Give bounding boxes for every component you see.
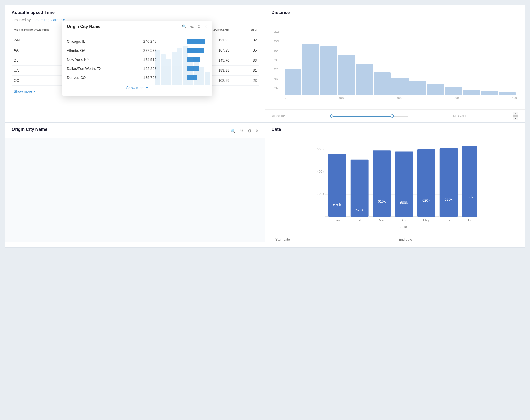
bg-bar: [155, 50, 160, 85]
popup-gear-icon[interactable]: ⚙: [197, 24, 201, 29]
popup-body: Chicago, IL 240,248 Atlanta, GA 227,592 …: [62, 33, 212, 96]
close-icon[interactable]: ✕: [256, 128, 259, 133]
slider-arrows: ▲ ▼: [513, 112, 518, 120]
cell-min: 23: [231, 76, 259, 86]
popup-tools: 🔍 % ⚙ ✕: [182, 24, 208, 29]
gear-icon[interactable]: ⚙: [248, 128, 251, 133]
city-name: Denver, CO: [67, 76, 108, 80]
slider-handle-left[interactable]: [330, 114, 333, 118]
svg-text:Jun: Jun: [446, 218, 451, 222]
svg-text:Apr: Apr: [401, 218, 407, 222]
origin-panel-tools: 🔍 % ⚙ ✕: [230, 128, 259, 133]
popup-close-icon[interactable]: ✕: [204, 24, 208, 29]
slider-track[interactable]: [330, 116, 408, 117]
bar-chart-svg: 600k 400k 200k 570k 520k 610k: [272, 142, 519, 231]
chevron-down-icon: [63, 19, 65, 21]
bar-jan[interactable]: [328, 154, 346, 217]
dist-bar: [409, 81, 426, 95]
arrow-down-button[interactable]: ▼: [513, 116, 518, 120]
slider-max-label: Max value: [453, 114, 467, 118]
show-more-label: Show more: [14, 89, 32, 93]
popup-search-icon[interactable]: 🔍: [182, 24, 187, 29]
origin-city-panel: Origin City Name 🔍 % ⚙ ✕: [5, 123, 265, 248]
dist-bar: [302, 44, 319, 95]
svg-text:Mar: Mar: [379, 218, 385, 222]
origin-city-popup: Origin City Name 🔍 % ⚙ ✕ Chicago, IL 240…: [62, 21, 212, 96]
city-value: 174,519: [136, 57, 156, 62]
popup-show-more-label: Show more: [126, 86, 145, 90]
city-value: 162,223: [136, 67, 156, 71]
dist-bar: [374, 72, 391, 95]
cell-min: 33: [231, 55, 259, 66]
arrow-up-button[interactable]: ▲: [513, 112, 518, 116]
grouped-by-value[interactable]: Operating Carrier: [34, 18, 65, 22]
bg-bar: [188, 57, 193, 85]
origin-panel-body: [5, 138, 265, 242]
slider-min-label: Min value: [272, 114, 285, 118]
dist-bar: [499, 92, 516, 95]
cell-min: 32: [231, 35, 259, 45]
origin-panel-header: Origin City Name 🔍 % ⚙ ✕: [5, 123, 265, 138]
slider-row: Min value Max value ▲ ▼: [265, 109, 525, 122]
svg-text:520k: 520k: [355, 208, 363, 212]
dist-bar: [463, 90, 480, 95]
bar-apr[interactable]: [395, 152, 413, 217]
start-date-input[interactable]: [272, 235, 395, 244]
svg-text:650k: 650k: [465, 195, 473, 199]
popup-percent-icon[interactable]: %: [190, 25, 194, 29]
bar-may[interactable]: [417, 149, 435, 217]
distance-panel: Distance MAX 600k 483 600 728 757 382 0 …: [265, 5, 525, 123]
svg-text:2018: 2018: [400, 225, 407, 229]
bar-mar[interactable]: [373, 150, 391, 217]
city-value: 135,727: [136, 76, 156, 80]
popup-bg-histogram: [155, 33, 212, 85]
bg-bar: [205, 72, 210, 85]
grouped-by-label: Grouped by:: [12, 18, 32, 22]
svg-text:400k: 400k: [317, 170, 324, 173]
dist-bar: [356, 64, 373, 95]
bg-bar: [199, 67, 204, 85]
svg-text:600k: 600k: [400, 201, 408, 205]
popup-title: Origin City Name: [67, 24, 100, 29]
dist-bar: [285, 69, 302, 95]
percent-icon[interactable]: %: [240, 128, 243, 133]
svg-text:200k: 200k: [317, 192, 324, 196]
search-icon[interactable]: 🔍: [230, 128, 236, 133]
panel-title-elapsed: Actual Elapsed Time: [12, 10, 259, 15]
bar-jun[interactable]: [439, 148, 458, 217]
svg-text:610k: 610k: [378, 199, 386, 204]
date-bar-chart: 600k 400k 200k 570k 520k 610k: [265, 138, 525, 231]
svg-text:Jul: Jul: [467, 218, 471, 222]
city-name: New York, NY: [67, 57, 108, 62]
bar-jul[interactable]: [462, 146, 477, 217]
bg-bar: [161, 54, 166, 85]
city-value: 227,592: [136, 48, 156, 53]
bg-bar: [177, 48, 182, 85]
popup-header: Origin City Name 🔍 % ⚙ ✕: [62, 21, 212, 33]
slider-handle-right[interactable]: [391, 114, 394, 118]
dist-bar: [338, 55, 355, 95]
origin-panel-title: Origin City Name: [12, 127, 47, 132]
city-name: Dallas/Fort Worth, TX: [67, 67, 108, 71]
cell-min: 31: [231, 66, 259, 76]
col-header-min[interactable]: MIN: [231, 25, 259, 35]
popup-card: Origin City Name 🔍 % ⚙ ✕ Chicago, IL 240…: [62, 21, 212, 96]
svg-text:620k: 620k: [422, 198, 430, 202]
dist-bar: [391, 78, 409, 95]
date-panel-title: Date: [272, 127, 281, 132]
bg-bar: [166, 59, 171, 85]
show-more-chevron-icon: [34, 91, 36, 92]
bg-bar: [183, 46, 188, 85]
bg-bar: [194, 61, 199, 85]
svg-text:May: May: [423, 218, 429, 222]
bg-bar: [172, 52, 177, 85]
x-axis-labels: 0 600k 2000 3000 4000: [272, 96, 519, 99]
svg-text:Jan: Jan: [334, 218, 340, 222]
dist-bar: [427, 84, 444, 95]
distance-chart-area: MAX 600k 483 600 728 757 382 0 600k 2000…: [265, 21, 525, 109]
end-date-input[interactable]: [395, 235, 518, 244]
date-panel: Date 600k 400k 200k 570k 520k: [265, 123, 525, 248]
svg-text:570k: 570k: [333, 203, 341, 207]
y-axis-labels: MAX 600k 483 600 728 757 382: [272, 31, 282, 90]
dist-bar: [320, 46, 337, 95]
